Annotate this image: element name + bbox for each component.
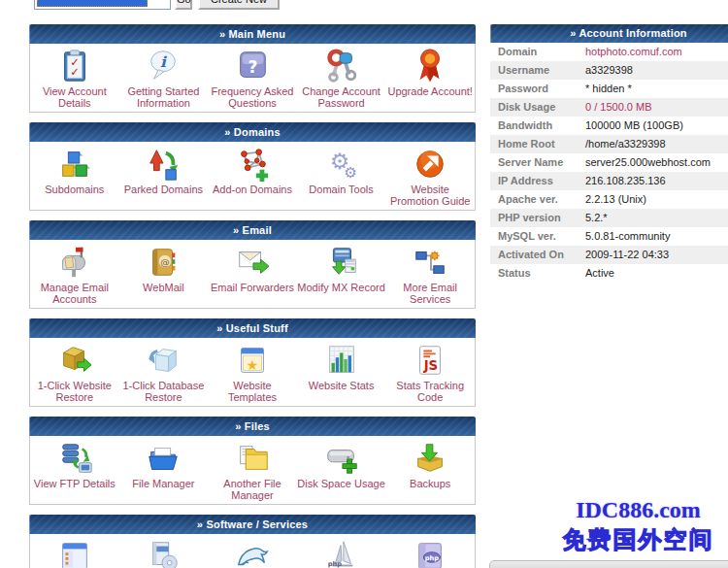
disk-usage-link[interactable]: 0 / 1500.0 MB <box>585 98 652 117</box>
account-row-label: Activated On <box>490 246 585 264</box>
menu-item-website-promotion[interactable]: Website Promotion Guide <box>385 142 475 210</box>
award-ribbon-icon <box>412 48 448 84</box>
menu-item-label: Website Templates <box>208 380 297 403</box>
account-row-value: 100000 MB (100GB) <box>585 117 683 135</box>
menu-item-label: Stats Tracking Code <box>385 380 475 403</box>
panel-software-services: » Software / Services php php <box>29 515 476 568</box>
account-row-home-root: Home Root/home/a3329398 <box>490 135 728 153</box>
panel-header-files: » Files <box>29 417 476 436</box>
menu-item-disk-space-usage[interactable]: Disk Space Usage <box>297 436 386 504</box>
account-row-label: Bandwidth <box>490 117 585 135</box>
software-item-4[interactable]: php <box>297 534 386 568</box>
menu-item-domain-tools[interactable]: ⚙⚙ Domain Tools <box>297 142 386 210</box>
account-row-value: a3329398 <box>585 61 633 80</box>
menu-item-website-restore[interactable]: 1-Click Website Restore <box>30 338 119 406</box>
menu-item-more-email-services[interactable]: More Email Services <box>385 240 475 308</box>
js-code-icon: JS <box>412 342 448 379</box>
account-row-value: 5.0.81-community <box>585 227 670 246</box>
menu-item-label: Getting Started Information <box>119 85 209 109</box>
account-row-label: Status <box>490 264 585 283</box>
panel-useful-stuff: » Useful Stuff 1-Click Website Restore 1… <box>29 318 476 407</box>
blue-folder-icon <box>145 440 182 477</box>
question-mark-icon: ? <box>234 48 271 84</box>
promotion-arrow-icon <box>412 146 448 183</box>
menu-item-manage-email[interactable]: Manage Email Accounts <box>30 240 119 308</box>
menu-item-parked-domains[interactable]: Parked Domains <box>119 142 209 210</box>
yellow-folder-icon <box>234 440 271 477</box>
account-row-label: Home Root <box>490 135 585 153</box>
menu-item-label: Change Account Password <box>297 85 386 109</box>
watermark-chinese-slogan: 免费国外空间 <box>548 524 728 555</box>
menu-item-backups[interactable]: Backups <box>385 436 475 504</box>
svg-text:✓: ✓ <box>70 65 80 79</box>
menu-item-another-file-manager[interactable]: Another File Manager <box>208 436 297 504</box>
account-row-label: Server Name <box>490 153 585 172</box>
panel-header-main-menu: » Main Menu <box>29 24 476 44</box>
account-row-value: 216.108.235.136 <box>585 172 666 190</box>
menu-item-view-account-details[interactable]: ✓✓ View Account Details <box>30 44 119 112</box>
menu-item-label: WebMail <box>143 282 184 293</box>
account-row-mysql-ver: MySQL ver.5.0.81-community <box>490 227 728 246</box>
menu-item-label: Frequency Asked Questions <box>208 85 297 109</box>
menu-item-file-manager[interactable]: File Manager <box>119 436 209 504</box>
menu-item-label: Parked Domains <box>124 184 203 195</box>
menu-item-stats-tracking-code[interactable]: JS Stats Tracking Code <box>385 338 475 406</box>
account-row-value: Active <box>585 264 614 283</box>
menu-item-website-templates[interactable]: ★ Website Templates <box>208 338 297 406</box>
account-row-value: * hidden * <box>585 80 632 98</box>
server-mail-icon <box>323 244 360 281</box>
software-item-5[interactable]: php <box>385 534 475 568</box>
flowchart-icon <box>412 244 448 281</box>
panel-domains: » Domains Subdomains Parked Domains Add-… <box>29 122 476 211</box>
panel-email: » Email Manage Email Accounts @ WebMail … <box>29 220 476 309</box>
account-row-php-version: PHP version5.2.* <box>490 209 728 227</box>
menu-item-label: Email Forwarders <box>211 282 294 293</box>
menu-item-getting-started[interactable]: i Getting Started Information <box>119 44 209 112</box>
menu-item-database-restore[interactable]: 1-Click Database Restore <box>119 338 209 406</box>
quick-search-input[interactable] <box>34 0 171 10</box>
create-new-button[interactable]: Create New <box>198 0 280 10</box>
menu-item-label: Domain Tools <box>309 184 373 195</box>
menu-item-modify-mx[interactable]: Modify MX Record <box>297 240 386 308</box>
envelope-forward-icon <box>234 244 271 281</box>
software-box-icon <box>145 538 182 568</box>
menu-item-webmail[interactable]: @ WebMail <box>119 240 209 308</box>
account-row-value: 2.2.13 (Unix) <box>585 190 646 209</box>
selected-text-highlight <box>37 0 148 7</box>
software-item-3[interactable] <box>208 534 297 568</box>
software-item-1[interactable] <box>30 534 119 568</box>
account-row-label: PHP version <box>490 209 585 227</box>
panel-files: » Files View FTP Details File Manager An… <box>29 417 476 505</box>
account-row-label: Username <box>490 61 585 80</box>
account-row-ip-address: IP Address216.108.235.136 <box>490 172 728 190</box>
menu-item-label: File Manager <box>132 478 194 489</box>
menu-item-change-password[interactable]: Change Account Password <box>297 44 386 112</box>
menu-item-ftp-details[interactable]: View FTP Details <box>30 436 119 504</box>
info-bubble-icon: i <box>145 48 182 84</box>
menu-item-label: View FTP Details <box>34 478 116 489</box>
menu-item-addon-domains[interactable]: Add-on Domains <box>208 142 297 210</box>
account-row-label: Apache ver. <box>490 190 585 209</box>
menu-item-faq[interactable]: ? Frequency Asked Questions <box>208 44 297 112</box>
go-button[interactable]: Go <box>175 0 192 10</box>
menu-item-subdomains[interactable]: Subdomains <box>30 142 119 210</box>
window-star-icon: ★ <box>234 342 271 379</box>
account-row-label: IP Address <box>490 172 585 190</box>
cubes-icon <box>56 146 93 183</box>
mysql-dolphin-icon <box>234 538 271 568</box>
account-row-label: MySQL ver. <box>490 227 585 246</box>
account-row-value: /home/a3329398 <box>585 135 666 153</box>
menu-item-website-stats[interactable]: Website Stats <box>297 338 386 406</box>
domain-link[interactable]: hotphoto.comuf.com <box>585 43 682 61</box>
disk-plus-icon <box>323 440 360 477</box>
account-information-panel: » Account Information Domainhotphoto.com… <box>490 24 728 283</box>
menu-item-upgrade-account[interactable]: Upgrade Account! <box>385 44 475 112</box>
account-row-label: Disk Usage <box>490 98 585 117</box>
software-item-2[interactable] <box>119 534 209 568</box>
account-row-apache-ver: Apache ver.2.2.13 (Unix) <box>490 190 728 209</box>
svg-text:⚙: ⚙ <box>343 164 356 182</box>
menu-item-email-forwarders[interactable]: Email Forwarders <box>208 240 297 308</box>
ftp-server-icon <box>56 440 93 477</box>
panel-header-domains: » Domains <box>29 122 476 142</box>
hosting-control-panel: { "toolbar": { "input_value": "", "go_la… <box>0 0 728 568</box>
